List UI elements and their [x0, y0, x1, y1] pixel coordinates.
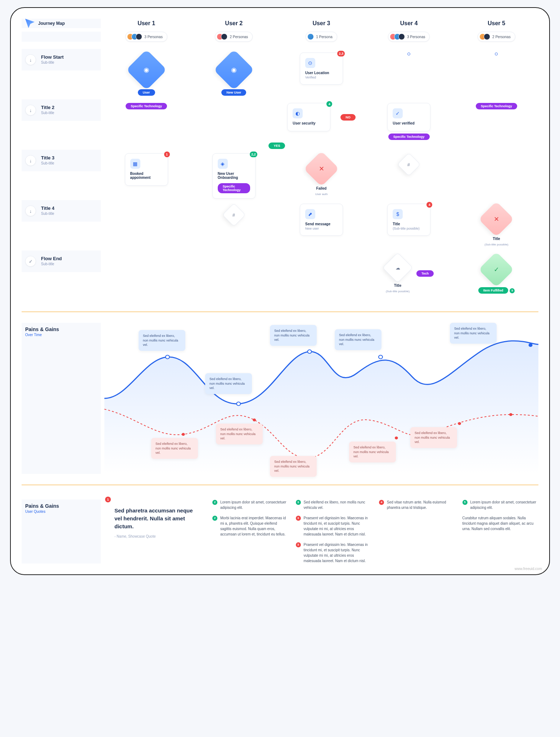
- col-header-user2: User 2: [192, 20, 276, 27]
- quote-column: 3Sed eleifend ex libero, non mollis nunc…: [296, 499, 372, 564]
- tooltip-pain: Sed eleifend ex libero, non mollis nunc …: [151, 438, 198, 459]
- quote-num: 3: [296, 516, 301, 521]
- node-new-user-start[interactable]: ◉ New User: [217, 53, 251, 96]
- card-user-verified[interactable]: ✓ User verified: [387, 103, 430, 131]
- fulfilled-pill: Item Fulfilled: [478, 287, 509, 294]
- persona-count: 3 Personas: [407, 35, 425, 39]
- tag-spec-tech[interactable]: Specific Technology: [126, 103, 167, 109]
- quote-num: 3: [296, 542, 301, 547]
- node-title-red[interactable]: ✕ Title (Sub-title possible): [481, 204, 512, 246]
- quotes-header: Pains & Gains User Quotes: [22, 499, 101, 564]
- connector-dot: [495, 53, 498, 55]
- tooltip-pain: Sed eleifend ex libero, non mollis nunc …: [349, 442, 396, 462]
- badge: 1: [164, 152, 170, 157]
- check-icon: ✓: [494, 266, 499, 273]
- svg-point-6: [253, 419, 256, 421]
- tooltip-pain: Sed eleifend ex libero, non mollis nunc …: [216, 424, 263, 444]
- badge: 4: [426, 202, 432, 208]
- card-title-generic[interactable]: 4 $ Title (Sub-title possible): [387, 204, 430, 236]
- stage-flow-end: ✓ Flow EndSub-title: [22, 250, 101, 272]
- quote-num: 4: [379, 500, 384, 505]
- decision-node[interactable]: #: [222, 203, 245, 226]
- tag-spec-tech[interactable]: Specific Technology: [476, 103, 517, 109]
- card-title: User Location: [305, 71, 338, 75]
- card-user-location[interactable]: 2,3 ⊙ User Location Verified: [300, 53, 343, 85]
- user-icon: ◉: [144, 66, 149, 74]
- calendar-icon: ▦: [130, 159, 140, 169]
- user-pill: User: [138, 89, 155, 96]
- persona-count: 1 Persona: [316, 35, 333, 39]
- tooltip-gain: Sed eleifend ex libero, non mollis nunc …: [450, 323, 497, 344]
- persona-pill-1[interactable]: 3 Personas: [125, 32, 167, 42]
- arrow-down-icon: ↓: [25, 155, 36, 166]
- svg-point-1: [308, 350, 312, 353]
- node-title-cloud[interactable]: ☁ Title (Sub-title possible): [384, 254, 411, 293]
- dollar-icon: $: [393, 209, 403, 219]
- layers-icon: ◈: [218, 159, 228, 169]
- quote-num: 5: [462, 500, 468, 505]
- quote-num: 2: [212, 500, 217, 505]
- yes-label: YES: [268, 143, 285, 149]
- tech-pill[interactable]: Tech: [416, 270, 434, 277]
- persona-count: 2 Personas: [492, 35, 511, 39]
- persona-pill-4[interactable]: 3 Personas: [388, 32, 430, 42]
- badge: 5: [510, 288, 515, 293]
- logo: Journey Map: [22, 19, 101, 28]
- node-user-start[interactable]: ◉ User: [129, 53, 164, 96]
- card-onboarding[interactable]: 2,2 ◈ New User Onboarding Specific Techn…: [212, 153, 256, 199]
- x-icon: ✕: [494, 215, 499, 223]
- location-icon: ⊙: [305, 58, 315, 68]
- svg-point-4: [236, 402, 240, 406]
- node-fulfilled[interactable]: ✓ Item Fulfilled 5: [478, 254, 515, 294]
- card-send-message[interactable]: ⬈ Send message New user: [300, 204, 343, 236]
- node-failed[interactable]: ✕ Failed User auth: [306, 153, 337, 196]
- card-user-security[interactable]: 4 ◐ User security: [287, 103, 330, 131]
- persona-pill-5[interactable]: 2 Personas: [478, 32, 515, 42]
- badge: 2,2: [250, 152, 257, 157]
- pains-gains-chart: Sed eleifend ex libero, non mollis nunc …: [104, 323, 538, 474]
- persona-count: 2 Personas: [230, 35, 248, 39]
- section-divider: [22, 485, 538, 485]
- user-icon: ◉: [231, 66, 237, 74]
- tag-spec-tech[interactable]: Specific Technology: [388, 134, 430, 140]
- quote-column: 2Lorem ipsum dolor sit amet, consectetue…: [212, 499, 289, 564]
- svg-point-8: [395, 437, 398, 439]
- stage-title: Flow Start: [41, 54, 64, 60]
- card-sub: Verified: [305, 76, 338, 79]
- arrow-down-icon: ↓: [25, 54, 36, 65]
- arrow-down-icon: ↓: [25, 105, 36, 116]
- stage-title-3: ↓ Title 3Sub-title: [22, 150, 101, 171]
- svg-point-10: [509, 413, 512, 416]
- no-label: NO: [340, 114, 356, 121]
- persona-pill-3[interactable]: 1 Persona: [306, 32, 337, 42]
- section-divider: [22, 312, 538, 312]
- quote-num: 3: [296, 500, 301, 505]
- svg-point-0: [166, 355, 170, 359]
- stage-title-2: ↓ Title 2Sub-title: [22, 99, 101, 121]
- x-icon: ✕: [319, 165, 324, 173]
- tooltip-gain: Sed eleifend ex libero, non mollis nunc …: [270, 325, 317, 346]
- badge: 4: [326, 101, 332, 107]
- svg-point-3: [529, 343, 533, 347]
- decision-node[interactable]: #: [397, 153, 421, 176]
- new-user-pill: New User: [221, 89, 246, 96]
- quote-badge: 1: [105, 497, 111, 502]
- card-booked[interactable]: 1 ▦ Booked appoinment: [125, 153, 168, 186]
- check-icon: ✓: [25, 256, 36, 267]
- arrow-down-icon: ↓: [25, 205, 36, 216]
- svg-point-5: [182, 433, 185, 436]
- cloud-icon: ☁: [396, 265, 400, 271]
- svg-point-9: [458, 422, 461, 425]
- connector-dot: [407, 53, 410, 55]
- tag-spec-tech: Specific Technology: [218, 183, 250, 193]
- fingerprint-icon: ◐: [293, 108, 303, 118]
- hash-icon: #: [232, 212, 235, 217]
- persona-pill-2[interactable]: 2 Personas: [215, 32, 253, 42]
- shield-icon: ✓: [393, 108, 403, 118]
- svg-point-2: [379, 355, 383, 359]
- pains-gains-header: Pains & Gains Over Time: [22, 323, 101, 474]
- col-header-user4: User 4: [367, 20, 451, 27]
- col-header-user3: User 3: [279, 20, 363, 27]
- quote-column: 4Sed vitae rutrum ante. Nulla euismod ph…: [379, 499, 455, 564]
- tooltip-gain: Sed eleifend ex libero, non mollis nunc …: [139, 330, 185, 351]
